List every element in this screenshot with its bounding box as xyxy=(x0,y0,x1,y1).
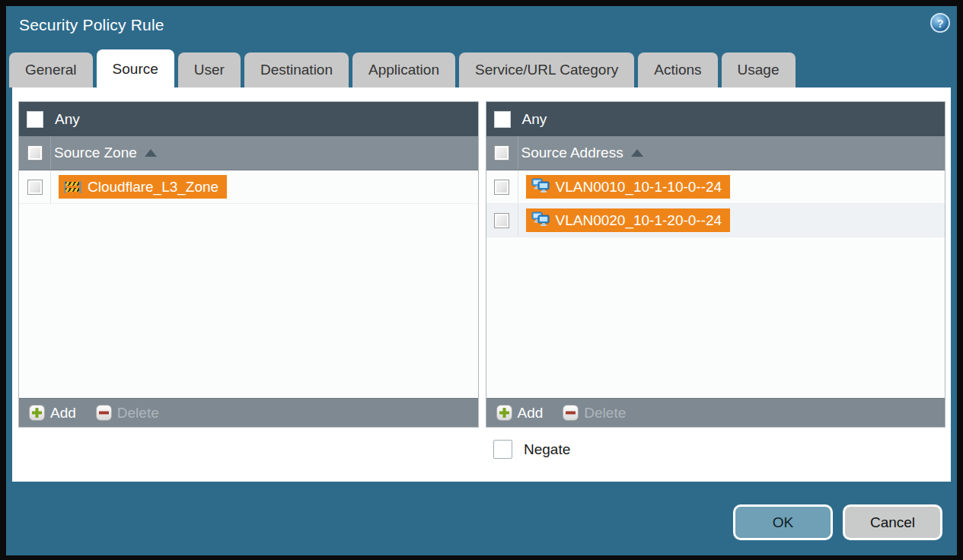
source-zone-column-header: Source Zone xyxy=(19,136,478,170)
source-zone-list: Cloudflare_L3_Zone xyxy=(19,170,478,398)
tab-usage[interactable]: Usage xyxy=(722,52,796,88)
dialog-footer: OK Cancel xyxy=(6,482,957,555)
ok-button[interactable]: OK xyxy=(733,504,833,540)
network-icon xyxy=(531,178,550,196)
source-zone-any-checkbox[interactable] xyxy=(27,111,43,128)
source-address-any-checkbox[interactable] xyxy=(494,111,511,128)
source-tab-content: Any Source Zone Cloudflare_L3_Zone xyxy=(12,88,951,482)
table-row: VLAN0010_10-1-10-0--24 xyxy=(486,170,945,204)
delete-icon xyxy=(96,405,112,421)
table-row: VLAN0020_10-1-20-0--24 xyxy=(486,204,945,237)
source-address-any-header: Any xyxy=(486,102,945,136)
add-icon xyxy=(496,405,512,421)
sort-ascending-icon[interactable] xyxy=(631,149,643,157)
sort-ascending-icon[interactable] xyxy=(145,149,157,157)
add-icon xyxy=(29,405,45,421)
delete-button-label: Delete xyxy=(584,405,626,422)
tab-user[interactable]: User xyxy=(178,52,241,88)
row-checkbox[interactable] xyxy=(494,213,509,228)
negate-checkbox[interactable] xyxy=(493,440,512,459)
source-address-panel: Any Source Address xyxy=(486,101,946,428)
source-address-entry[interactable]: VLAN0010_10-1-10-0--24 xyxy=(526,175,731,199)
source-zone-any-header: Any xyxy=(19,102,478,136)
tab-destination[interactable]: Destination xyxy=(244,52,349,88)
source-address-column-title[interactable]: Source Address xyxy=(521,145,623,161)
tab-source[interactable]: Source xyxy=(97,49,174,88)
source-zone-panel: Any Source Zone Cloudflare_L3_Zone xyxy=(18,101,479,428)
source-zone-entry[interactable]: Cloudflare_L3_Zone xyxy=(59,175,227,199)
address-entry-label: VLAN0020_10-1-20-0--24 xyxy=(556,212,722,229)
delete-address-button[interactable]: Delete xyxy=(563,405,626,422)
negate-row: Negate xyxy=(493,440,945,459)
title-bar: Security Policy Rule ? xyxy=(6,6,957,47)
source-address-select-all-checkbox[interactable] xyxy=(494,145,509,161)
source-address-any-label: Any xyxy=(522,111,547,128)
add-zone-button[interactable]: Add xyxy=(29,405,76,422)
tab-actions[interactable]: Actions xyxy=(638,52,717,88)
source-address-column-header: Source Address xyxy=(486,136,945,170)
tab-application[interactable]: Application xyxy=(352,52,455,88)
security-policy-rule-dialog: Security Policy Rule ? General Source Us… xyxy=(6,6,957,555)
source-address-entry[interactable]: VLAN0020_10-1-20-0--24 xyxy=(526,208,731,232)
row-checkbox[interactable] xyxy=(494,180,509,195)
tab-bar: General Source User Destination Applicat… xyxy=(6,47,957,88)
row-checkbox[interactable] xyxy=(27,180,43,195)
source-zone-select-all-checkbox[interactable] xyxy=(27,145,43,161)
dialog-title: Security Policy Rule xyxy=(19,16,164,34)
source-zone-any-label: Any xyxy=(55,111,80,128)
zone-icon xyxy=(64,181,81,193)
source-address-panel-footer: Add Delete xyxy=(486,398,945,427)
add-address-button[interactable]: Add xyxy=(496,405,544,422)
table-row: Cloudflare_L3_Zone xyxy=(19,170,478,204)
cancel-button[interactable]: Cancel xyxy=(843,504,942,540)
delete-zone-button[interactable]: Delete xyxy=(96,405,159,422)
address-entry-label: VLAN0010_10-1-10-0--24 xyxy=(556,179,722,196)
negate-label: Negate xyxy=(524,441,570,458)
source-zone-column-title[interactable]: Source Zone xyxy=(54,145,137,161)
help-icon[interactable]: ? xyxy=(930,13,950,33)
add-button-label: Add xyxy=(50,405,76,422)
network-icon xyxy=(531,212,550,230)
source-address-list: VLAN0010_10-1-10-0--24 xyxy=(486,170,945,398)
delete-button-label: Delete xyxy=(117,405,159,422)
zone-entry-label: Cloudflare_L3_Zone xyxy=(88,179,218,196)
add-button-label: Add xyxy=(518,405,544,422)
tab-service-url-category[interactable]: Service/URL Category xyxy=(459,52,634,88)
delete-icon xyxy=(563,405,579,421)
source-zone-panel-footer: Add Delete xyxy=(19,398,478,427)
tab-general[interactable]: General xyxy=(9,52,93,88)
